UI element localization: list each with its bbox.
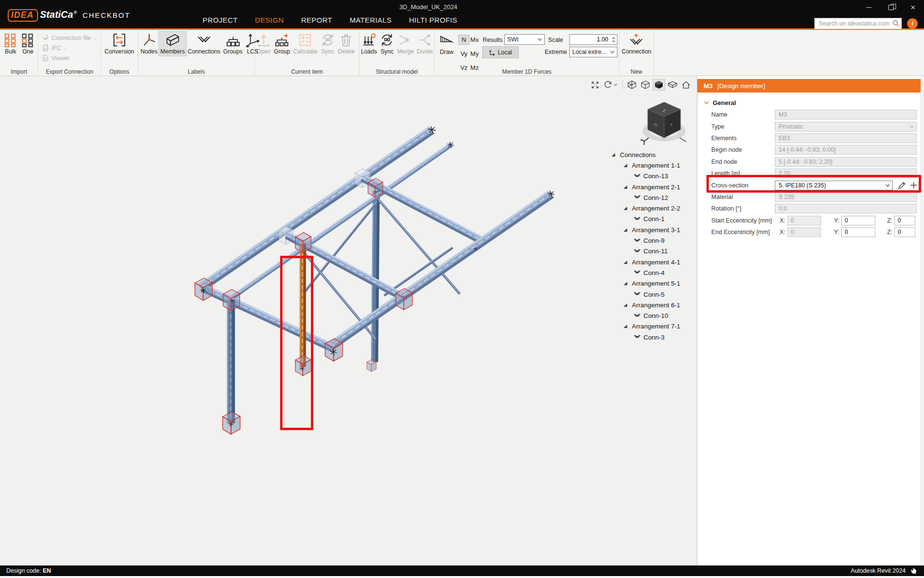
length-field: 2.20 xyxy=(775,169,917,178)
group-label-structural-model: Structural model xyxy=(359,68,434,75)
draw-toggle[interactable]: Draw xyxy=(437,32,456,56)
row-length: Length [m] 2.20 xyxy=(697,168,921,179)
tree-item-arrangement[interactable]: Arrangement 2-2 xyxy=(607,203,694,213)
connections-toggle[interactable]: Connections xyxy=(186,32,222,56)
tree-item-arrangement[interactable]: Arrangement 7-1 xyxy=(607,321,694,332)
view-solid-button[interactable] xyxy=(653,79,665,90)
group-icon xyxy=(275,33,289,47)
navigation-cube[interactable]: z m x xyxy=(636,93,693,146)
extreme-select[interactable]: Local extre... xyxy=(569,47,617,57)
clipping-button[interactable] xyxy=(667,79,678,90)
scale-spinner[interactable] xyxy=(610,37,617,42)
scale-label: Scale xyxy=(548,37,563,43)
connection-icon xyxy=(634,334,641,340)
title-bar: IDEA StatiCa® CHECKBOT 3D_Model_UK_2024 … xyxy=(0,0,924,30)
tab-report[interactable]: REPORT xyxy=(293,12,341,30)
tree-item-connection[interactable]: Conn-1 xyxy=(607,214,694,224)
force-n-toggle[interactable]: N xyxy=(459,35,469,44)
tree-item-connection[interactable]: Conn-13 xyxy=(607,171,694,182)
rotate-view-button[interactable] xyxy=(603,79,619,90)
close-button[interactable]: × xyxy=(902,0,924,14)
force-my-toggle[interactable]: My xyxy=(469,49,480,58)
start-ecc-y-input[interactable]: 0 xyxy=(841,216,875,225)
structural-model-3d[interactable] xyxy=(0,76,697,565)
tree-item-arrangement[interactable]: Arrangement 6-1 xyxy=(607,300,694,310)
sync-model-button[interactable]: Sync xyxy=(378,32,396,56)
one-button[interactable]: One xyxy=(19,32,37,56)
tab-design[interactable]: DESIGN xyxy=(246,12,293,30)
expanded-triangle-icon xyxy=(623,324,628,328)
view-hidden-line-button[interactable] xyxy=(640,79,651,90)
ribbon: Bulk One Import Connection file⌄ xyxy=(0,30,924,76)
tab-materials[interactable]: MATERIALS xyxy=(341,12,400,30)
3d-viewport[interactable]: z m x Connections Arrangement 1-1 Conn-1… xyxy=(0,76,697,565)
section-general[interactable]: General xyxy=(697,96,921,109)
name-field: M3 xyxy=(775,110,917,119)
info-button[interactable]: i xyxy=(907,18,918,29)
bulk-button[interactable]: Bulk xyxy=(2,32,19,56)
loads-button[interactable]: Loads xyxy=(359,32,378,56)
tree-item-arrangement[interactable]: Arrangement 5-1 xyxy=(607,278,694,289)
end-ecc-z-input[interactable]: 0 xyxy=(894,227,915,237)
groups-toggle[interactable]: Groups xyxy=(222,32,244,56)
panel-scrollbar[interactable] xyxy=(921,76,924,565)
member-name: M3 xyxy=(704,82,713,90)
group-button[interactable]: Group xyxy=(272,32,292,56)
tree-item-connection[interactable]: Conn-10 xyxy=(607,310,694,321)
tree-root-connections[interactable]: Connections xyxy=(607,149,694,160)
delete-icon xyxy=(339,33,353,47)
nodes-icon xyxy=(142,33,156,47)
ribbon-group-current-item: Open Group Calculate xyxy=(255,30,359,76)
tab-project[interactable]: PROJECT xyxy=(194,12,246,30)
minimize-button[interactable] xyxy=(858,0,880,14)
end-ecc-y-input[interactable]: 0 xyxy=(841,227,875,237)
home-icon xyxy=(681,80,691,90)
results-select[interactable]: SWt xyxy=(504,34,545,45)
conversion-button[interactable]: Conversion xyxy=(103,32,136,56)
ribbon-group-member-forces: Draw N Mx Vy My Vz Mz Results SWt Local … xyxy=(435,30,619,76)
new-connection-button[interactable]: Connection xyxy=(620,32,653,56)
chevron-down-icon xyxy=(538,38,542,41)
plug-icon xyxy=(910,567,918,575)
scale-input[interactable]: 1.00 xyxy=(569,34,617,45)
tree-item-arrangement[interactable]: Arrangement 3-1 xyxy=(607,224,694,235)
tree-item-connection[interactable]: Conn-9 xyxy=(607,235,694,246)
row-cross-section: Cross-section 5. IPE180 (S 235) xyxy=(697,179,921,191)
main-menu: PROJECT DESIGN REPORT MATERIALS HILTI PR… xyxy=(194,12,466,30)
extreme-label: Extreme xyxy=(545,49,567,55)
window-controls: × xyxy=(858,0,924,14)
view-wireframe-button[interactable] xyxy=(626,79,638,90)
edit-pencil-icon[interactable] xyxy=(898,181,906,189)
app-logo: IDEA StatiCa® CHECKBOT xyxy=(8,9,130,22)
start-ecc-z-input[interactable]: 0 xyxy=(894,216,915,225)
cross-section-select[interactable]: 5. IPE180 (S 235) xyxy=(775,181,893,190)
merge-button: Merge xyxy=(396,32,415,56)
tree-item-connection[interactable]: Conn-12 xyxy=(607,192,694,203)
tree-item-connection[interactable]: Conn-4 xyxy=(607,267,694,278)
add-cross-section-icon[interactable] xyxy=(910,182,917,189)
home-view-button[interactable] xyxy=(680,79,692,90)
tab-hilti-profis[interactable]: HILTI PROFIS xyxy=(400,12,466,30)
toolbar-separator xyxy=(622,80,623,90)
chevron-down-icon xyxy=(910,125,914,128)
tree-item-arrangement[interactable]: Arrangement 1-1 xyxy=(607,160,694,171)
row-rotation: Rotation [°] 0.0 xyxy=(697,203,921,214)
tree-item-arrangement[interactable]: Arrangement 4-1 xyxy=(607,257,694,267)
force-mx-toggle[interactable]: Mx xyxy=(469,35,480,44)
force-vy-toggle[interactable]: Vy xyxy=(459,49,469,58)
local-toggle[interactable]: Local xyxy=(483,47,518,58)
group-label-export-connection: Export Connection xyxy=(38,68,101,75)
search-input[interactable] xyxy=(814,18,902,29)
tree-item-arrangement[interactable]: Arrangement 2-1 xyxy=(607,182,694,192)
groups-icon xyxy=(226,33,240,47)
nodes-toggle[interactable]: Nodes xyxy=(139,32,159,56)
group-label-current-item: Current item xyxy=(255,68,359,75)
tree-item-connection[interactable]: Conn-3 xyxy=(607,332,694,342)
search-icon[interactable] xyxy=(892,20,899,27)
tree-item-connection[interactable]: Conn-5 xyxy=(607,289,694,300)
zoom-fit-button[interactable] xyxy=(589,79,601,90)
members-toggle[interactable]: Members xyxy=(159,32,186,56)
restore-button[interactable] xyxy=(880,0,902,14)
ribbon-group-new: Connection New xyxy=(619,30,654,76)
tree-item-connection[interactable]: Conn-11 xyxy=(607,246,694,257)
